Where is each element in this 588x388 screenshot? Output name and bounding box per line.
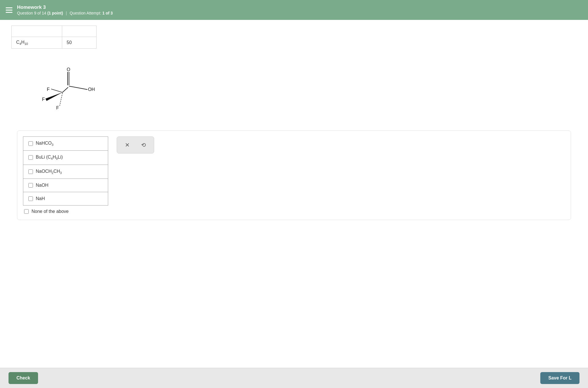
option-cell-2: BuLi (C4H9Li) xyxy=(23,151,108,165)
svg-text:OH: OH xyxy=(88,87,95,92)
header: Homework 3 Question 9 of 14 (1 point) | … xyxy=(0,0,588,20)
attempt-label: Question Attempt: xyxy=(70,11,102,15)
options-container: NaHCO3 BuLi (C4H9Li) xyxy=(23,136,108,214)
page-title: Homework 3 xyxy=(17,5,113,10)
menu-icon[interactable] xyxy=(6,7,12,13)
checkbox-naoch2ch3[interactable] xyxy=(28,169,33,174)
main-content: C4H10 50 O OH F F F xyxy=(0,20,588,368)
svg-line-9 xyxy=(51,89,62,92)
cell-formula: C4H10 xyxy=(12,37,62,49)
option-cell-5: NaH xyxy=(23,192,108,205)
action-panel: ✕ ⟲ xyxy=(117,136,154,153)
question-number: Question 9 of 14 xyxy=(17,11,47,15)
option-row-3: NaOCH2CH3 xyxy=(23,165,108,179)
molecule-diagram: O OH F F F xyxy=(23,64,577,122)
label-buli: BuLi (C4H9Li) xyxy=(36,155,63,160)
label-naoh: NaOH xyxy=(36,183,48,188)
clear-button[interactable]: ✕ xyxy=(123,140,132,150)
none-above-option: None of the above xyxy=(23,209,108,214)
option-cell-1: NaHCO3 xyxy=(23,137,108,151)
answer-section: NaHCO3 BuLi (C4H9Li) xyxy=(17,130,571,220)
svg-line-11 xyxy=(60,93,62,106)
option-cell-3: NaOCH2CH3 xyxy=(23,165,108,179)
label-nah: NaH xyxy=(36,196,45,201)
checkbox-none-above[interactable] xyxy=(24,209,29,214)
option-row-5: NaH xyxy=(23,192,108,205)
data-table: C4H10 50 xyxy=(11,26,97,49)
svg-text:F: F xyxy=(47,87,50,92)
cell-empty2 xyxy=(62,26,96,37)
cell-value: 50 xyxy=(62,37,96,49)
checkbox-naoh[interactable] xyxy=(28,183,33,188)
svg-text:F: F xyxy=(56,105,59,110)
option-row-2: BuLi (C4H9Li) xyxy=(23,151,108,165)
header-text: Homework 3 Question 9 of 14 (1 point) | … xyxy=(17,5,113,15)
option-row-1: NaHCO3 xyxy=(23,137,108,151)
undo-button[interactable]: ⟲ xyxy=(139,140,148,150)
table-row-empty xyxy=(12,26,97,37)
molecule-svg: O OH F F F xyxy=(23,64,114,121)
svg-text:F: F xyxy=(42,97,45,102)
question-info: Question 9 of 14 (1 point) | Question At… xyxy=(17,11,113,15)
label-none-above: None of the above xyxy=(32,209,69,214)
options-table: NaHCO3 BuLi (C4H9Li) xyxy=(23,136,108,206)
option-row-4: NaOH xyxy=(23,179,108,192)
footer: Check Save For L xyxy=(0,368,588,388)
checkbox-nah[interactable] xyxy=(28,196,33,201)
divider: | xyxy=(66,11,67,15)
point-info: (1 point) xyxy=(47,11,63,15)
table-container: C4H10 50 xyxy=(11,26,97,49)
check-button[interactable]: Check xyxy=(9,372,38,384)
table-row-1: C4H10 50 xyxy=(12,37,97,49)
svg-line-4 xyxy=(69,86,87,90)
svg-text:O: O xyxy=(67,67,70,72)
svg-line-8 xyxy=(62,87,68,92)
svg-marker-10 xyxy=(45,92,62,101)
option-cell-4: NaOH xyxy=(23,179,108,192)
cell-empty1 xyxy=(12,26,62,37)
label-nahco3: NaHCO3 xyxy=(36,141,53,146)
label-naoch2ch3: NaOCH2CH3 xyxy=(36,169,62,175)
save-button[interactable]: Save For L xyxy=(540,372,579,384)
checkbox-nahco3[interactable] xyxy=(28,141,33,146)
attempt-value: 1 of 3 xyxy=(102,11,113,15)
checkbox-buli[interactable] xyxy=(28,155,33,160)
